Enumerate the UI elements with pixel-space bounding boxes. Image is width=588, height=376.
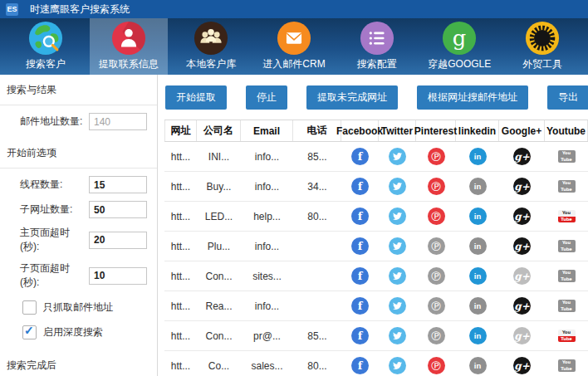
checkbox-box[interactable]: ✓: [22, 300, 37, 315]
toolbar-item-search-customers[interactable]: 搜索客户: [7, 18, 85, 75]
pinterest-icon[interactable]: ℗: [428, 327, 445, 344]
suburl-count-input[interactable]: [89, 201, 147, 218]
start-extract-button[interactable]: 开始提取: [165, 85, 227, 110]
twitter-icon[interactable]: [389, 327, 406, 344]
extract-unfinished-urls-button[interactable]: 提取未完成网址: [306, 85, 398, 110]
export-button[interactable]: 导出: [547, 85, 588, 110]
youtube-cell: YouTube: [545, 210, 588, 222]
linkedin-icon[interactable]: in: [469, 327, 487, 344]
youtube-cell: YouTube: [545, 300, 588, 312]
table-row[interactable]: htt...Plu...info...f℗ing+YouTube: [164, 232, 588, 261]
email-count-input[interactable]: [89, 113, 147, 130]
column-header-googleplus[interactable]: Google+: [499, 120, 545, 141]
googleplus-icon[interactable]: g+: [513, 267, 531, 285]
toolbar-item-cross-google[interactable]: g 穿越GOOGLE: [420, 18, 498, 75]
facebook-icon[interactable]: f: [351, 327, 369, 344]
youtube-icon[interactable]: YouTube: [558, 240, 576, 252]
toolbar-item-extract-contacts[interactable]: 提取联系信息: [90, 18, 168, 75]
svg-text:g: g: [453, 26, 467, 51]
column-header-phone[interactable]: 电话: [293, 120, 341, 141]
twitter-cell: [379, 327, 416, 344]
twitter-icon[interactable]: [389, 208, 406, 225]
youtube-icon[interactable]: YouTube: [558, 180, 576, 193]
pinterest-icon[interactable]: ℗: [428, 357, 445, 374]
thread-count-input[interactable]: [89, 176, 147, 193]
pinterest-icon[interactable]: ℗: [428, 148, 445, 165]
stop-button[interactable]: 停止: [246, 85, 287, 110]
pinterest-cell: ℗: [416, 327, 456, 344]
youtube-icon[interactable]: YouTube: [558, 210, 576, 222]
linkedin-icon[interactable]: in: [469, 357, 487, 374]
column-header-pinterest[interactable]: Pinterest: [416, 120, 456, 141]
googleplus-cell: g+: [499, 297, 545, 315]
googleplus-icon[interactable]: g+: [513, 237, 531, 255]
twitter-icon[interactable]: [389, 237, 406, 255]
checkbox-box[interactable]: ✓: [22, 325, 37, 339]
youtube-icon[interactable]: YouTube: [558, 270, 576, 282]
search-emails-by-url-button[interactable]: 根据网址搜邮件地址: [417, 85, 528, 110]
table-row[interactable]: htt...Buy...info...34...f℗ing+YouTube: [164, 172, 588, 202]
twitter-icon[interactable]: [389, 267, 406, 285]
twitter-cell: [379, 357, 416, 374]
pinterest-icon[interactable]: ℗: [428, 237, 445, 255]
column-header-youtube[interactable]: Youtube: [545, 120, 588, 141]
table-row[interactable]: htt...INI...info...85...f℗ing+YouTube: [164, 142, 588, 172]
toolbar-item-search-config[interactable]: 搜索配置: [338, 18, 416, 75]
main-page-timeout-input[interactable]: [89, 232, 147, 249]
googleplus-cell: g+: [499, 237, 545, 255]
pinterest-cell: ℗: [416, 267, 456, 285]
column-header-facebook[interactable]: Facebook: [341, 120, 379, 141]
facebook-icon[interactable]: f: [351, 357, 369, 374]
facebook-icon[interactable]: f: [351, 178, 369, 195]
column-header-email[interactable]: Email: [241, 120, 293, 141]
linkedin-icon[interactable]: in: [469, 237, 487, 255]
pinterest-icon[interactable]: ℗: [428, 178, 445, 195]
youtube-icon[interactable]: YouTube: [558, 300, 576, 312]
sub-page-timeout-input[interactable]: [89, 267, 147, 285]
table-row[interactable]: htt...Rea...info...f℗ing+YouTube: [164, 291, 588, 321]
checkbox-label: 启用深度搜索: [43, 325, 103, 339]
googleplus-icon[interactable]: g+: [513, 208, 531, 225]
table-row[interactable]: htt...Con...pr@...85...f℗ing+YouTube: [164, 321, 588, 351]
pinterest-cell: ℗: [416, 178, 456, 195]
column-header-linkedin[interactable]: linkedin: [456, 120, 499, 141]
twitter-icon[interactable]: [389, 297, 406, 315]
facebook-icon[interactable]: f: [351, 267, 369, 285]
linkedin-cell: in: [456, 208, 499, 225]
checkbox-deep-search[interactable]: ✓ 启用深度搜索: [22, 325, 149, 339]
linkedin-icon[interactable]: in: [469, 208, 487, 225]
toolbar-item-mail-crm[interactable]: 进入邮件CRM: [255, 18, 333, 75]
youtube-icon[interactable]: YouTube: [558, 330, 576, 342]
facebook-icon[interactable]: f: [351, 208, 369, 225]
toolbar-item-local-customer-db[interactable]: 本地客户库: [172, 18, 250, 75]
table-row[interactable]: htt...Co...sales...80...f℗ing+YouTube: [164, 351, 588, 376]
googleplus-icon[interactable]: g+: [513, 148, 531, 165]
pinterest-icon[interactable]: ℗: [428, 208, 445, 225]
column-header-url[interactable]: 网址: [164, 120, 197, 141]
column-header-company[interactable]: 公司名: [197, 120, 241, 141]
linkedin-icon[interactable]: in: [469, 297, 487, 315]
column-header-twitter[interactable]: Twitter: [379, 120, 416, 141]
pinterest-icon[interactable]: ℗: [428, 297, 445, 315]
checkbox-only-grab-emails[interactable]: ✓ 只抓取邮件地址: [22, 300, 149, 315]
twitter-icon[interactable]: [389, 148, 406, 165]
toolbar-item-foreign-trade-tools[interactable]: 外贸工具: [503, 18, 581, 75]
table-row[interactable]: htt...Con...sites...f℗ing+YouTube: [164, 261, 588, 291]
pinterest-icon[interactable]: ℗: [428, 267, 445, 285]
facebook-icon[interactable]: f: [351, 237, 369, 255]
facebook-icon[interactable]: f: [351, 148, 369, 165]
googleplus-icon[interactable]: g+: [513, 357, 531, 374]
linkedin-icon[interactable]: in: [469, 148, 487, 165]
facebook-icon[interactable]: f: [351, 297, 369, 315]
googleplus-icon[interactable]: g+: [513, 327, 531, 344]
youtube-icon[interactable]: YouTube: [558, 150, 576, 163]
googleplus-icon[interactable]: g+: [513, 178, 531, 195]
youtube-icon[interactable]: YouTube: [558, 359, 576, 372]
linkedin-icon[interactable]: in: [469, 267, 487, 285]
linkedin-icon[interactable]: in: [469, 178, 487, 195]
twitter-icon[interactable]: [389, 357, 406, 374]
company-cell: LED...: [197, 211, 241, 222]
table-row[interactable]: htt...LED...help...80...f℗ing+YouTube: [164, 202, 588, 232]
googleplus-icon[interactable]: g+: [513, 297, 531, 315]
twitter-icon[interactable]: [389, 178, 406, 195]
